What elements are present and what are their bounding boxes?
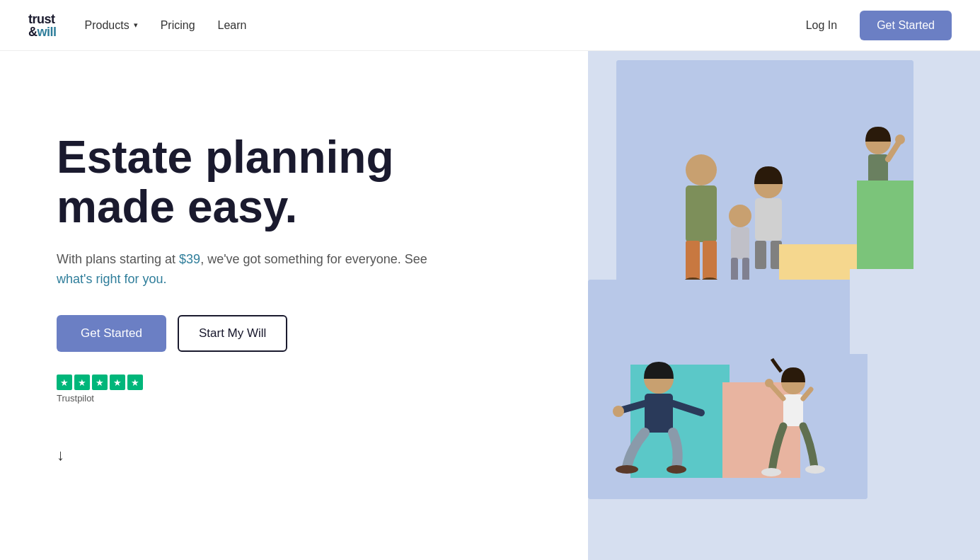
navigation: trust &will Products ▾ Pricing Learn Log… xyxy=(0,0,980,51)
svg-point-31 xyxy=(616,465,638,474)
svg-rect-6 xyxy=(703,241,717,280)
svg-point-32 xyxy=(667,465,686,474)
chevron-down-icon: ▾ xyxy=(134,21,138,30)
svg-point-3 xyxy=(686,154,717,185)
svg-rect-14 xyxy=(731,227,749,259)
star-4: ★ xyxy=(110,375,125,390)
svg-rect-27 xyxy=(645,394,673,433)
star-3: ★ xyxy=(92,375,108,390)
start-my-will-button[interactable]: Start My Will xyxy=(178,315,287,352)
star-1: ★ xyxy=(57,375,72,390)
arrow-down-icon: ↓ xyxy=(57,446,64,464)
nav-links: Products ▾ Pricing Learn xyxy=(85,19,247,32)
overlap-connector xyxy=(850,269,935,354)
svg-rect-4 xyxy=(686,185,717,242)
login-button[interactable]: Log In xyxy=(795,13,848,38)
get-started-button[interactable]: Get Started xyxy=(57,315,166,352)
cta-buttons: Get Started Start My Will xyxy=(57,315,546,352)
hero-subtext: With plans starting at $39, we've got so… xyxy=(57,249,453,290)
hero-section: Estate planning made easy. With plans st… xyxy=(0,0,980,560)
star-rating: ★ ★ ★ ★ ★ xyxy=(57,375,546,390)
nav-products[interactable]: Products ▾ xyxy=(85,19,138,32)
svg-point-36 xyxy=(765,379,773,387)
svg-rect-16 xyxy=(742,258,749,282)
nav-learn[interactable]: Learn xyxy=(218,19,247,32)
hero-headline: Estate planning made easy. xyxy=(57,132,546,232)
svg-rect-11 xyxy=(755,241,766,269)
star-2: ★ xyxy=(74,375,90,390)
svg-rect-34 xyxy=(783,394,803,426)
svg-rect-15 xyxy=(731,258,738,282)
svg-point-38 xyxy=(761,468,781,476)
hero-right xyxy=(588,0,980,560)
logo[interactable]: trust &will xyxy=(28,13,57,38)
nav-pricing[interactable]: Pricing xyxy=(161,19,195,32)
scroll-down-button[interactable]: ↓ xyxy=(57,446,546,464)
svg-rect-10 xyxy=(755,198,782,241)
get-started-nav-button[interactable]: Get Started xyxy=(860,11,952,40)
logo-text: trust xyxy=(28,13,57,25)
svg-point-13 xyxy=(729,205,751,227)
svg-point-29 xyxy=(613,406,624,417)
logo-text2: &will xyxy=(28,25,57,38)
svg-rect-5 xyxy=(686,241,700,280)
price-link[interactable]: $39 xyxy=(179,252,200,266)
svg-point-22 xyxy=(895,135,905,144)
hero-left: Estate planning made easy. With plans st… xyxy=(0,0,588,560)
hero-image-bottom xyxy=(588,280,867,499)
star-5: ★ xyxy=(127,375,143,390)
nav-left: trust &will Products ▾ Pricing Learn xyxy=(28,13,246,38)
dad-kid-scene-svg xyxy=(588,280,867,499)
hero-image-top xyxy=(616,60,913,301)
trustpilot-label: Trustpilot xyxy=(57,393,546,404)
see-whats-right-link[interactable]: what's right for you. xyxy=(57,272,167,286)
trustpilot-widget: ★ ★ ★ ★ ★ Trustpilot xyxy=(57,375,546,404)
svg-point-39 xyxy=(805,465,825,474)
nav-right: Log In Get Started xyxy=(795,11,952,40)
